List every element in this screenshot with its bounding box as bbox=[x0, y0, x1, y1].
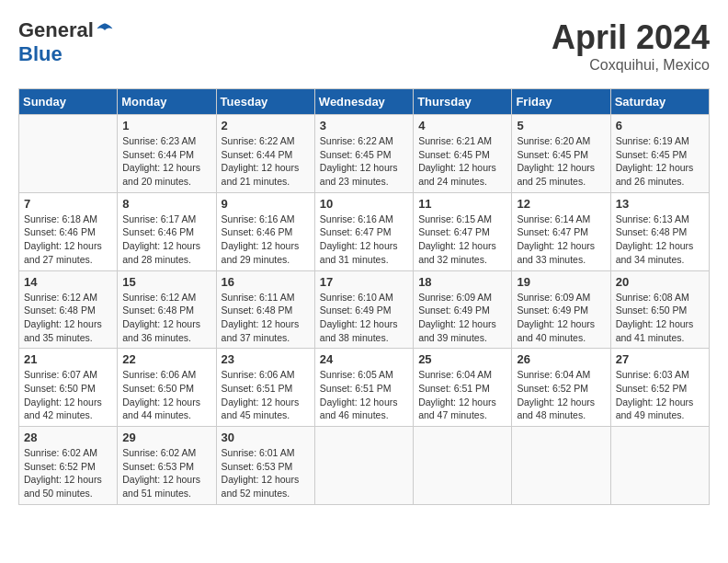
day-info: Sunrise: 6:02 AM Sunset: 6:53 PM Dayligh… bbox=[122, 446, 210, 500]
weekday-header: Tuesday bbox=[216, 89, 314, 115]
day-info: Sunrise: 6:03 AM Sunset: 6:52 PM Dayligh… bbox=[616, 368, 704, 422]
day-info: Sunrise: 6:13 AM Sunset: 6:48 PM Dayligh… bbox=[616, 213, 704, 267]
day-number: 17 bbox=[320, 275, 408, 289]
day-number: 2 bbox=[222, 119, 310, 132]
calendar-cell: 21Sunrise: 6:07 AM Sunset: 6:50 PM Dayli… bbox=[19, 349, 118, 427]
day-number: 6 bbox=[616, 119, 704, 132]
day-info: Sunrise: 6:22 AM Sunset: 6:44 PM Dayligh… bbox=[222, 134, 310, 189]
day-number: 29 bbox=[122, 431, 210, 444]
calendar-cell bbox=[512, 427, 610, 505]
calendar-cell: 17Sunrise: 6:10 AM Sunset: 6:49 PM Dayli… bbox=[314, 270, 413, 349]
weekday-header: Friday bbox=[512, 89, 610, 115]
calendar-week-row: 7Sunrise: 6:18 AM Sunset: 6:46 PM Daylig… bbox=[19, 192, 710, 270]
calendar-cell bbox=[610, 427, 709, 505]
location-text: Coxquihui, Mexico bbox=[552, 57, 710, 74]
calendar-cell bbox=[314, 427, 413, 505]
day-info: Sunrise: 6:14 AM Sunset: 6:47 PM Dayligh… bbox=[517, 213, 605, 267]
calendar-cell: 26Sunrise: 6:04 AM Sunset: 6:52 PM Dayli… bbox=[512, 349, 610, 427]
day-number: 20 bbox=[616, 275, 704, 289]
title-block: April 2024 Coxquihui, Mexico bbox=[552, 18, 710, 74]
day-info: Sunrise: 6:15 AM Sunset: 6:47 PM Dayligh… bbox=[418, 213, 506, 267]
day-number: 1 bbox=[122, 119, 210, 132]
calendar-cell: 15Sunrise: 6:12 AM Sunset: 6:48 PM Dayli… bbox=[118, 270, 216, 349]
day-info: Sunrise: 6:06 AM Sunset: 6:51 PM Dayligh… bbox=[222, 368, 310, 422]
calendar-cell: 27Sunrise: 6:03 AM Sunset: 6:52 PM Dayli… bbox=[610, 349, 709, 427]
month-title: April 2024 bbox=[552, 18, 710, 57]
day-info: Sunrise: 6:17 AM Sunset: 6:46 PM Dayligh… bbox=[122, 213, 210, 267]
calendar-cell: 19Sunrise: 6:09 AM Sunset: 6:49 PM Dayli… bbox=[512, 270, 610, 349]
day-number: 16 bbox=[222, 275, 310, 289]
calendar-cell: 30Sunrise: 6:01 AM Sunset: 6:53 PM Dayli… bbox=[216, 427, 314, 505]
calendar-cell: 2Sunrise: 6:22 AM Sunset: 6:44 PM Daylig… bbox=[216, 115, 314, 193]
day-info: Sunrise: 6:22 AM Sunset: 6:45 PM Dayligh… bbox=[320, 134, 408, 189]
day-info: Sunrise: 6:16 AM Sunset: 6:47 PM Dayligh… bbox=[320, 213, 408, 267]
day-info: Sunrise: 6:18 AM Sunset: 6:46 PM Dayligh… bbox=[24, 213, 112, 267]
day-info: Sunrise: 6:12 AM Sunset: 6:48 PM Dayligh… bbox=[24, 291, 112, 345]
day-number: 5 bbox=[517, 119, 605, 132]
day-number: 13 bbox=[616, 197, 704, 211]
day-number: 24 bbox=[320, 352, 408, 366]
calendar-cell: 13Sunrise: 6:13 AM Sunset: 6:48 PM Dayli… bbox=[610, 192, 709, 270]
weekday-header: Sunday bbox=[19, 89, 118, 115]
day-info: Sunrise: 6:02 AM Sunset: 6:52 PM Dayligh… bbox=[24, 446, 112, 500]
calendar-cell: 10Sunrise: 6:16 AM Sunset: 6:47 PM Dayli… bbox=[314, 192, 413, 270]
calendar-cell: 12Sunrise: 6:14 AM Sunset: 6:47 PM Dayli… bbox=[512, 192, 610, 270]
calendar-cell: 16Sunrise: 6:11 AM Sunset: 6:48 PM Dayli… bbox=[216, 270, 314, 349]
day-info: Sunrise: 6:12 AM Sunset: 6:48 PM Dayligh… bbox=[122, 291, 210, 345]
logo: General Blue bbox=[18, 18, 114, 66]
day-number: 19 bbox=[517, 275, 605, 289]
day-number: 8 bbox=[122, 197, 210, 211]
calendar-cell: 25Sunrise: 6:04 AM Sunset: 6:51 PM Dayli… bbox=[414, 349, 512, 427]
calendar-cell: 3Sunrise: 6:22 AM Sunset: 6:45 PM Daylig… bbox=[314, 115, 413, 193]
day-info: Sunrise: 6:20 AM Sunset: 6:45 PM Dayligh… bbox=[517, 134, 605, 189]
calendar-cell: 7Sunrise: 6:18 AM Sunset: 6:46 PM Daylig… bbox=[19, 192, 118, 270]
day-info: Sunrise: 6:19 AM Sunset: 6:45 PM Dayligh… bbox=[616, 134, 704, 189]
calendar-week-row: 21Sunrise: 6:07 AM Sunset: 6:50 PM Dayli… bbox=[19, 349, 710, 427]
day-number: 22 bbox=[122, 352, 210, 366]
calendar-cell: 1Sunrise: 6:23 AM Sunset: 6:44 PM Daylig… bbox=[118, 115, 216, 193]
calendar-week-row: 28Sunrise: 6:02 AM Sunset: 6:52 PM Dayli… bbox=[19, 427, 710, 505]
day-info: Sunrise: 6:10 AM Sunset: 6:49 PM Dayligh… bbox=[320, 291, 408, 345]
calendar-cell bbox=[19, 115, 118, 193]
calendar-cell bbox=[414, 427, 512, 505]
calendar-cell: 6Sunrise: 6:19 AM Sunset: 6:45 PM Daylig… bbox=[610, 115, 709, 193]
calendar-cell: 28Sunrise: 6:02 AM Sunset: 6:52 PM Dayli… bbox=[19, 427, 118, 505]
day-number: 28 bbox=[24, 431, 112, 444]
calendar-cell: 14Sunrise: 6:12 AM Sunset: 6:48 PM Dayli… bbox=[19, 270, 118, 349]
day-info: Sunrise: 6:21 AM Sunset: 6:45 PM Dayligh… bbox=[418, 134, 506, 189]
calendar-cell: 8Sunrise: 6:17 AM Sunset: 6:46 PM Daylig… bbox=[118, 192, 216, 270]
calendar-cell: 24Sunrise: 6:05 AM Sunset: 6:51 PM Dayli… bbox=[314, 349, 413, 427]
logo-bird-icon bbox=[96, 21, 114, 40]
day-number: 15 bbox=[122, 275, 210, 289]
day-info: Sunrise: 6:04 AM Sunset: 6:51 PM Dayligh… bbox=[418, 368, 506, 422]
day-info: Sunrise: 6:23 AM Sunset: 6:44 PM Dayligh… bbox=[122, 134, 210, 189]
day-info: Sunrise: 6:01 AM Sunset: 6:53 PM Dayligh… bbox=[222, 446, 310, 500]
page-header: General Blue April 2024 Coxquihui, Mexic… bbox=[18, 18, 710, 74]
calendar-cell: 11Sunrise: 6:15 AM Sunset: 6:47 PM Dayli… bbox=[414, 192, 512, 270]
weekday-header: Saturday bbox=[610, 89, 709, 115]
day-number: 21 bbox=[24, 352, 112, 366]
day-info: Sunrise: 6:09 AM Sunset: 6:49 PM Dayligh… bbox=[517, 291, 605, 345]
day-number: 26 bbox=[517, 352, 605, 366]
calendar-cell: 18Sunrise: 6:09 AM Sunset: 6:49 PM Dayli… bbox=[414, 270, 512, 349]
calendar-cell: 29Sunrise: 6:02 AM Sunset: 6:53 PM Dayli… bbox=[118, 427, 216, 505]
weekday-header: Wednesday bbox=[314, 89, 413, 115]
day-number: 25 bbox=[418, 352, 506, 366]
calendar-week-row: 1Sunrise: 6:23 AM Sunset: 6:44 PM Daylig… bbox=[19, 115, 710, 193]
day-info: Sunrise: 6:11 AM Sunset: 6:48 PM Dayligh… bbox=[222, 291, 310, 345]
day-number: 18 bbox=[418, 275, 506, 289]
day-number: 30 bbox=[222, 431, 310, 444]
calendar-cell: 20Sunrise: 6:08 AM Sunset: 6:50 PM Dayli… bbox=[610, 270, 709, 349]
weekday-header-row: SundayMondayTuesdayWednesdayThursdayFrid… bbox=[19, 89, 710, 115]
day-number: 27 bbox=[616, 352, 704, 366]
calendar-cell: 22Sunrise: 6:06 AM Sunset: 6:50 PM Dayli… bbox=[118, 349, 216, 427]
day-number: 14 bbox=[24, 275, 112, 289]
day-info: Sunrise: 6:06 AM Sunset: 6:50 PM Dayligh… bbox=[122, 368, 210, 422]
day-info: Sunrise: 6:04 AM Sunset: 6:52 PM Dayligh… bbox=[517, 368, 605, 422]
day-number: 4 bbox=[418, 119, 506, 132]
day-info: Sunrise: 6:07 AM Sunset: 6:50 PM Dayligh… bbox=[24, 368, 112, 422]
calendar-cell: 4Sunrise: 6:21 AM Sunset: 6:45 PM Daylig… bbox=[414, 115, 512, 193]
calendar-week-row: 14Sunrise: 6:12 AM Sunset: 6:48 PM Dayli… bbox=[19, 270, 710, 349]
logo-general-text: General bbox=[18, 18, 94, 42]
day-number: 11 bbox=[418, 197, 506, 211]
